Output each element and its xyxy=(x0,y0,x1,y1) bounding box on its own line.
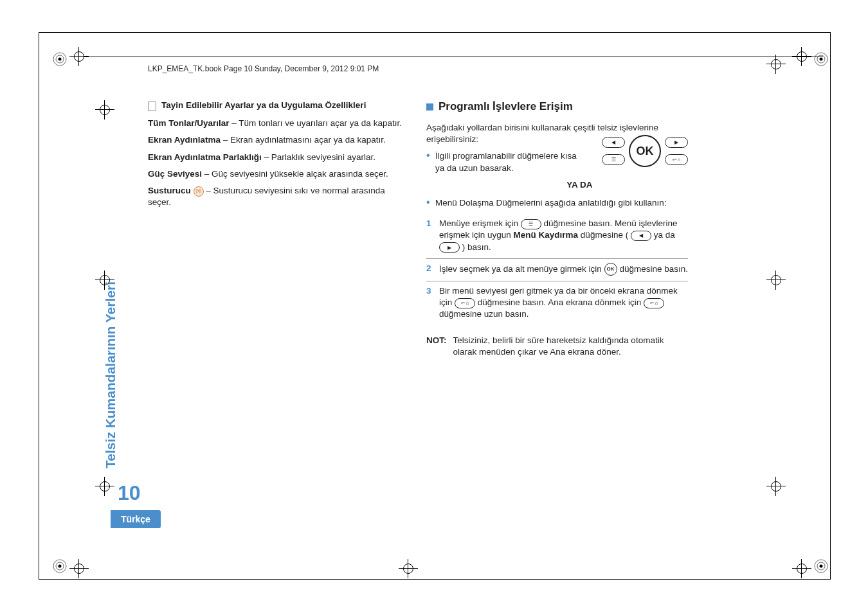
bullet-item: İlgili programlanabilir düğmelere kısa y… xyxy=(426,150,577,173)
svg-point-5 xyxy=(820,58,823,61)
registration-mark-icon xyxy=(53,52,67,66)
step-item: 1 Menüye erişmek için düğmesine basın. M… xyxy=(426,214,688,259)
registration-mark-icon xyxy=(53,559,67,573)
heading-bullet-icon xyxy=(426,103,433,111)
crop-mark-icon xyxy=(69,559,89,578)
back-home-button-icon xyxy=(644,298,664,308)
left-column: Tayin Edilebilir Ayarlar ya da Uygulama … xyxy=(148,100,410,358)
svg-point-2 xyxy=(59,58,62,61)
definition-item: Güç Seviyesi – Güç seviyesini yüksekle a… xyxy=(148,168,410,180)
back-home-button-icon xyxy=(455,298,475,308)
definition-item: Susturucu – Susturucu seviyesini sıkı ve… xyxy=(148,185,410,208)
running-head: LKP_EMEA_TK.book Page 10 Sunday, Decembe… xyxy=(148,64,379,73)
definition-term: Ekran Aydınlatma xyxy=(148,135,221,145)
registration-mark-icon xyxy=(814,559,828,573)
bullet-list: Menü Dolaşma Düğmelerini aşağıda anlatıl… xyxy=(426,197,688,209)
crop-mark-icon xyxy=(766,477,786,496)
step-list: 1 Menüye erişmek için düğmesine basın. M… xyxy=(426,214,688,325)
back-home-button-icon xyxy=(665,154,688,165)
left-subheading-text: Tayin Edilebilir Ayarlar ya da Uygulama … xyxy=(161,100,366,111)
menu-button-icon xyxy=(602,154,625,165)
right-heading: Programlı İşlevlere Erişim xyxy=(426,100,688,114)
svg-point-11 xyxy=(820,565,823,568)
definition-term: Güç Seviyesi xyxy=(148,169,202,179)
definition-term: Tüm Tonlar/Uyarılar xyxy=(148,118,230,128)
content: Tayin Edilebilir Ayarlar ya da Uygulama … xyxy=(148,100,688,358)
definition-item: Tüm Tonlar/Uyarılar – Tüm tonları ve uya… xyxy=(148,118,410,129)
section-title-vertical: Telsiz Kumandalarının Yerleri xyxy=(103,281,118,468)
keypad-diagram: OK xyxy=(602,135,688,167)
crop-mark-icon xyxy=(766,55,786,74)
step-item: 2 İşlev seçmek ya da alt menüye girmek i… xyxy=(426,259,688,281)
squelch-icon xyxy=(194,186,204,197)
definition-term: Susturucu xyxy=(148,186,191,195)
crop-mark-icon xyxy=(766,271,786,290)
document-icon xyxy=(148,102,156,111)
ok-button-icon: OK xyxy=(629,135,661,167)
ok-button-icon: OK xyxy=(604,263,617,276)
definition-item: Ekran Aydınlatma – Ekran aydınlatmasını … xyxy=(148,134,410,146)
crop-mark-icon xyxy=(792,47,811,66)
header-rule xyxy=(84,57,823,57)
definition-text: Tüm tonları ve uyarıları açar ya da kapa… xyxy=(239,118,402,128)
step-number: 3 xyxy=(426,285,431,297)
right-heading-text: Programlı İşlevlere Erişim xyxy=(439,100,573,114)
menu-button-icon xyxy=(521,219,541,229)
registration-mark-icon xyxy=(814,52,828,66)
nav-right-button-icon xyxy=(439,242,460,253)
svg-point-8 xyxy=(59,565,62,568)
definition-text: Ekran aydınlatmasını açar ya da kapatır. xyxy=(230,135,386,145)
crop-mark-icon xyxy=(399,559,418,578)
crop-mark-icon xyxy=(95,271,114,290)
bullet-item: Menü Dolaşma Düğmelerini aşağıda anlatıl… xyxy=(426,197,688,209)
nav-right-button-icon xyxy=(665,137,688,148)
nav-left-button-icon xyxy=(631,231,651,241)
crop-mark-icon xyxy=(69,47,89,66)
menu-scroll-label: Menü Kaydırma xyxy=(514,230,579,240)
crop-mark-icon xyxy=(95,477,114,496)
right-column: Programlı İşlevlere Erişim Aşağıdaki yol… xyxy=(426,100,688,358)
step-number: 2 xyxy=(426,263,431,274)
definition-text: Parlaklık seviyesini ayarlar. xyxy=(271,152,375,162)
definition-item: Ekran Aydınlatma Parlaklığı – Parlaklık … xyxy=(148,152,410,163)
definition-term: Ekran Aydınlatma Parlaklığı xyxy=(148,152,262,162)
crop-mark-icon xyxy=(95,100,114,120)
definition-text: Güç seviyesini yüksekle alçak arasında s… xyxy=(212,169,388,179)
left-subheading: Tayin Edilebilir Ayarlar ya da Uygulama … xyxy=(148,100,410,111)
note-label: NOT: xyxy=(426,335,447,358)
nav-left-button-icon xyxy=(602,137,625,148)
crop-mark-icon xyxy=(792,559,811,578)
step-number: 1 xyxy=(426,218,431,229)
page-number: 10 xyxy=(118,481,141,505)
language-tab: Türkçe xyxy=(111,510,161,528)
note: NOT: Telsiziniz, belirli bir süre hareke… xyxy=(426,335,688,358)
note-text: Telsiziniz, belirli bir süre hareketsiz … xyxy=(453,335,689,358)
or-label: YA DA xyxy=(471,179,688,191)
step-item: 3 Bir menü seviyesi geri gitmek ya da bi… xyxy=(426,281,688,326)
